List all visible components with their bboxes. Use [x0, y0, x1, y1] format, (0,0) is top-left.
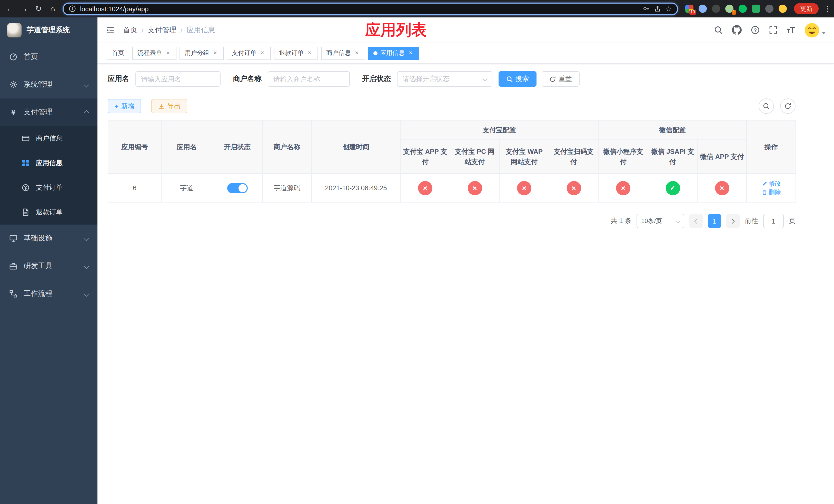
sidebar-item-workflow[interactable]: 工作流程 [0, 280, 97, 307]
password-key-icon[interactable] [643, 5, 650, 12]
col-status: 开启状态 [212, 120, 262, 174]
svg-text:?: ? [754, 27, 757, 33]
breadcrumb-payment[interactable]: 支付管理 [148, 25, 176, 35]
refresh-button[interactable] [780, 98, 795, 114]
tab-process-form[interactable]: 流程表单 × [132, 46, 176, 60]
help-icon[interactable]: ? [751, 26, 760, 35]
chevron-down-icon [482, 76, 487, 81]
alipay-pc-status-icon [467, 181, 482, 195]
menu-fold-icon[interactable] [106, 25, 115, 35]
merchant-name-input[interactable] [268, 71, 350, 87]
wx-app-status-icon [715, 181, 729, 195]
sidebar-item-home[interactable]: 首页 [0, 43, 97, 71]
extension-badge: 1 [732, 10, 736, 15]
edit-button[interactable]: 修改 [762, 179, 781, 188]
user-avatar[interactable] [804, 22, 826, 38]
chevron-down-icon [822, 32, 826, 35]
sidebar-item-app-info[interactable]: 应用信息 [0, 151, 97, 175]
tab-refund-orders[interactable]: 退款订单 × [274, 46, 318, 60]
tab-home[interactable]: 首页 [107, 46, 129, 60]
sidebar-item-payment-orders[interactable]: 支付订单 [0, 175, 97, 200]
gear-icon [9, 81, 18, 89]
delete-button[interactable]: 删除 [762, 188, 781, 197]
col-alipay-qr: 支付宝扫码支付 [549, 140, 598, 174]
tab-bar: 首页 流程表单 × 用户分组 × 支付订单 × 退款订单 × [97, 43, 834, 64]
total-count: 共 1 条 [611, 216, 631, 226]
alipay-app-status-icon [418, 181, 432, 195]
home-button[interactable]: ⌂ [48, 0, 58, 18]
search-button[interactable]: 搜索 [499, 71, 536, 87]
sidebar-menu: 首页 系统管理 ¥ 支付管理 [0, 43, 97, 307]
extension-icon-green-square[interactable] [752, 5, 760, 13]
table-row: 6 芋道 芋道源码 2021-10-23 08:49:25 [108, 174, 796, 202]
close-icon[interactable]: × [259, 50, 266, 56]
app-logo [7, 23, 22, 38]
extension-icon-avatar[interactable]: 1 [725, 5, 733, 13]
close-icon[interactable]: × [407, 50, 414, 56]
extension-icon-wechat[interactable] [739, 5, 747, 13]
sidebar-item-merchant-info[interactable]: 商户信息 [0, 126, 97, 151]
extension-icon-collage[interactable]: 10 [685, 5, 694, 13]
page-header: 首页 / 支付管理 / 应用信息 应用列表 ? [97, 18, 834, 43]
col-app-id: 应用编号 [108, 120, 161, 174]
browser-update-button[interactable]: 更新 [794, 3, 819, 14]
tab-app-info[interactable]: 应用信息 × [368, 46, 419, 60]
sidebar-item-system[interactable]: 系统管理 [0, 71, 97, 98]
reload-button[interactable]: ↻ [34, 0, 43, 18]
tab-payment-orders[interactable]: 支付订单 × [227, 46, 271, 60]
extension-icon-dark[interactable] [712, 5, 720, 13]
font-size-icon[interactable]: TT [787, 25, 795, 35]
app-name-input[interactable] [135, 71, 221, 87]
close-icon[interactable]: × [353, 50, 360, 56]
prev-page-button[interactable] [689, 214, 703, 228]
tab-user-group[interactable]: 用户分组 × [179, 46, 224, 60]
dashboard-icon [9, 53, 18, 61]
goto-label: 前往 [745, 216, 758, 226]
status-toggle[interactable] [227, 183, 247, 193]
col-created: 创建时间 [312, 120, 400, 174]
github-icon[interactable] [732, 25, 742, 35]
col-wx-app: 微信 APP 支付 [697, 140, 747, 174]
chevron-down-icon [84, 264, 89, 269]
sidebar-item-refund-orders[interactable]: 退款订单 [0, 200, 97, 225]
site-info-icon[interactable] [69, 5, 76, 12]
share-icon[interactable] [654, 5, 661, 12]
search-icon[interactable] [714, 26, 723, 35]
credit-card-icon [22, 134, 30, 142]
breadcrumb-home[interactable]: 首页 [123, 25, 137, 35]
goto-page-input[interactable] [763, 214, 784, 228]
forward-button[interactable]: → [20, 0, 29, 18]
cell-actions: 修改 删除 [747, 174, 796, 202]
extension-icon-face[interactable] [778, 5, 787, 13]
browser-menu-icon[interactable]: ⋮ [824, 4, 829, 13]
page-number-button[interactable]: 1 [708, 214, 721, 228]
chevron-down-icon [676, 219, 680, 223]
add-button[interactable]: + 新增 [108, 99, 141, 113]
next-page-button[interactable] [726, 214, 740, 228]
close-icon[interactable]: × [306, 50, 313, 56]
cell-merchant: 芋道源码 [262, 174, 312, 202]
sidebar-item-devtools[interactable]: 研发工具 [0, 252, 97, 280]
tab-merchant-info[interactable]: 商户信息 × [321, 46, 365, 60]
url-bar[interactable]: localhost:1024/pay/app ☆ [63, 2, 678, 15]
close-icon[interactable]: × [212, 50, 219, 56]
extension-icon-puzzle[interactable] [765, 5, 773, 13]
cell-status [212, 174, 262, 202]
merchant-name-label: 商户名称 [233, 74, 262, 84]
col-wx-jsapi: 微信 JSAPI 支付 [648, 140, 697, 174]
close-icon[interactable]: × [164, 50, 171, 56]
status-select[interactable]: 请选择开启状态 [397, 71, 492, 87]
page-size-select[interactable]: 10条/页 [637, 214, 684, 228]
wx-jsapi-status-icon [665, 181, 680, 195]
show-search-toggle-button[interactable] [759, 98, 774, 114]
wx-mini-status-icon [616, 181, 630, 195]
fullscreen-icon[interactable] [769, 26, 777, 35]
sidebar-item-infrastructure[interactable]: 基础设施 [0, 225, 97, 252]
export-button[interactable]: 导出 [151, 99, 187, 113]
bookmark-star-icon[interactable]: ☆ [665, 5, 672, 13]
sidebar-item-payment[interactable]: ¥ 支付管理 [0, 98, 97, 126]
extension-icon-blue[interactable] [699, 5, 707, 13]
toolbox-icon [9, 262, 18, 270]
reset-button[interactable]: 重置 [542, 71, 579, 87]
back-button[interactable]: ← [5, 0, 14, 18]
